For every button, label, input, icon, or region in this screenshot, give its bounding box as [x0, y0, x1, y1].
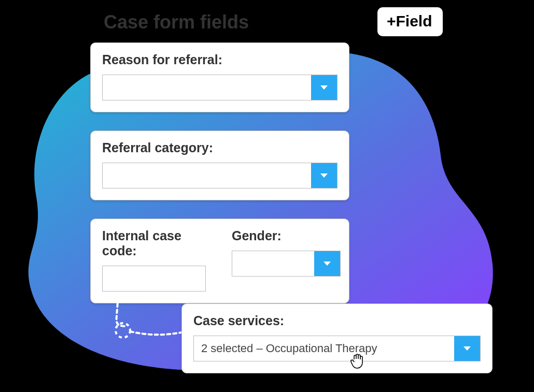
field-card-case-services[interactable]: Case services: 2 selected – Occupational… — [181, 303, 493, 373]
gender-select[interactable] — [232, 251, 341, 277]
select-value — [232, 251, 314, 276]
chevron-down-icon — [314, 251, 340, 276]
select-value — [103, 75, 311, 100]
referral-reason-select[interactable] — [102, 75, 338, 100]
internal-case-code-input[interactable] — [102, 266, 206, 292]
select-value — [103, 163, 311, 188]
field-card-referral-reason[interactable]: Reason for referral: — [90, 42, 349, 112]
chevron-down-icon — [454, 336, 480, 361]
field-card-referral-category[interactable]: Referral category: — [90, 130, 349, 200]
case-services-select[interactable]: 2 selected – Occupational Therapy — [193, 336, 481, 361]
field-label: Internal case code: — [102, 228, 216, 258]
field-label: Referral category: — [102, 140, 338, 155]
field-card-code-gender[interactable]: Internal case code: Gender: — [90, 219, 349, 303]
page-title: Case form fields — [104, 11, 249, 33]
field-label: Case services: — [193, 313, 481, 328]
field-label: Gender: — [232, 228, 341, 243]
chevron-down-icon — [311, 75, 337, 100]
field-label: Reason for referral: — [102, 52, 338, 67]
referral-category-select[interactable] — [102, 163, 338, 188]
chevron-down-icon — [311, 163, 337, 188]
select-value: 2 selected – Occupational Therapy — [194, 336, 454, 361]
add-field-button[interactable]: +Field — [375, 5, 445, 38]
